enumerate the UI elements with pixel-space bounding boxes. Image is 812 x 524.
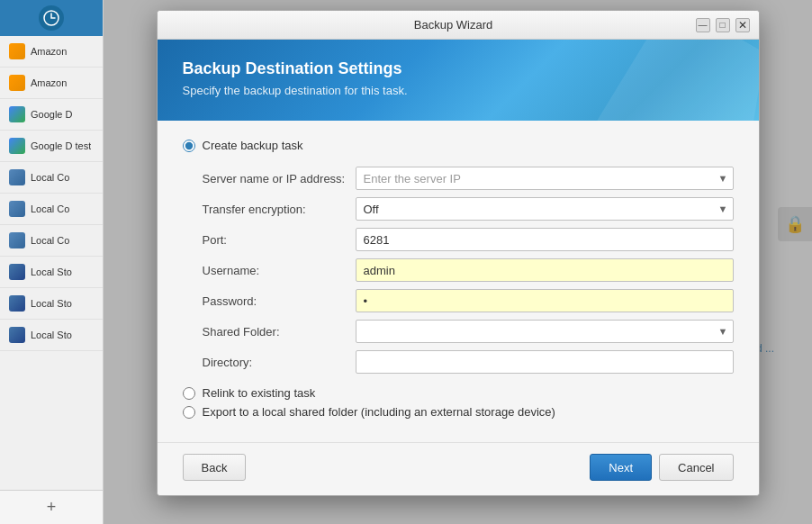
password-input[interactable] (356, 289, 734, 312)
form-row-server: Server name or IP address: Enter the ser… (203, 167, 734, 190)
minimize-button[interactable]: — (696, 18, 710, 32)
maximize-button[interactable]: □ (716, 18, 730, 32)
banner-subtext: Specify the backup destination for this … (183, 84, 734, 97)
form-row-shared-folder: Shared Folder: ▼ (203, 320, 734, 343)
sidebar-item-local2[interactable]: Local Co (0, 194, 103, 225)
google-icon-2 (9, 138, 25, 154)
sidebar-item-local6[interactable]: Local Sto (0, 320, 103, 351)
backup-wizard-dialog: Backup Wizard — □ ✕ Backup Destination S… (157, 10, 760, 496)
sidebar-item-google1[interactable]: Google D (0, 99, 103, 131)
radio-group: Create backup task (183, 139, 734, 152)
form-row-encryption: Transfer encryption: Off ▼ (203, 197, 734, 221)
radio-export-task[interactable]: Export to a local shared folder (includi… (183, 405, 734, 419)
close-button[interactable]: ✕ (735, 18, 750, 32)
next-button[interactable]: Next (590, 454, 652, 481)
sidebar: Amazon Amazon Google D Google D test Loc… (0, 0, 104, 524)
label-directory: Directory: (203, 356, 356, 369)
back-button[interactable]: Back (183, 454, 247, 481)
form-row-username: Username: (203, 258, 734, 282)
control-password (356, 289, 734, 312)
local-icon-4 (9, 264, 25, 280)
dialog-body: Create backup task Server name or IP add… (158, 121, 759, 442)
form-section: Server name or IP address: Enter the ser… (203, 167, 734, 374)
control-encryption: Off ▼ (356, 197, 734, 221)
dialog-banner: Backup Destination Settings Specify the … (158, 40, 759, 121)
label-port: Port: (203, 233, 356, 247)
control-port (356, 228, 734, 251)
username-input[interactable] (356, 258, 734, 282)
amazon-icon-2 (9, 75, 25, 91)
sidebar-item-amazon2[interactable]: Amazon (0, 68, 103, 99)
dialog-overlay: Backup Wizard — □ ✕ Backup Destination S… (104, 0, 812, 524)
local-icon-1 (9, 169, 25, 185)
sidebar-item-local5-label: Local Sto (31, 298, 72, 309)
radio-group-2: Relink to existing task Export to a loca… (183, 386, 734, 419)
google-icon-1 (9, 106, 25, 122)
label-server: Server name or IP address: (203, 172, 356, 185)
app-logo (39, 5, 64, 31)
sidebar-item-local4-label: Local Sto (31, 267, 72, 277)
sidebar-items-list: Amazon Amazon Google D Google D test Loc… (0, 36, 103, 490)
form-row-password: Password: (203, 289, 734, 312)
server-ip-select[interactable]: Enter the server IP (356, 167, 734, 190)
dialog-footer: Back Next Cancel (158, 442, 759, 495)
select-wrapper-encryption: Off ▼ (356, 197, 734, 221)
port-input[interactable] (356, 228, 734, 251)
select-wrapper-shared-folder: ▼ (356, 320, 734, 343)
local-icon-2 (9, 201, 25, 217)
radio-relink-label: Relink to existing task (203, 386, 316, 400)
control-username (356, 258, 734, 282)
radio-create-input[interactable] (183, 140, 195, 152)
shared-folder-select[interactable] (356, 320, 734, 343)
control-shared-folder: ▼ (356, 320, 734, 343)
label-password: Password: (203, 294, 356, 308)
form-row-port: Port: (203, 228, 734, 251)
sidebar-item-local5[interactable]: Local Sto (0, 288, 103, 320)
banner-heading: Backup Destination Settings (183, 59, 734, 78)
cancel-button[interactable]: Cancel (659, 454, 733, 481)
local-icon-5 (9, 295, 25, 312)
add-button[interactable]: + (0, 490, 103, 524)
sidebar-item-google2[interactable]: Google D test (0, 131, 103, 162)
label-username: Username: (203, 264, 356, 277)
label-shared-folder: Shared Folder: (203, 325, 356, 339)
sidebar-item-local3-label: Local Co (31, 235, 69, 246)
sidebar-item-local2-label: Local Co (31, 203, 69, 214)
radio-relink-input[interactable] (183, 387, 195, 400)
sidebar-item-amazon1-label: Amazon (31, 46, 67, 57)
radio-export-input[interactable] (183, 406, 195, 419)
sidebar-item-local4[interactable]: Local Sto (0, 257, 103, 288)
sidebar-item-google2-label: Google D test (31, 140, 91, 151)
radio-create-task[interactable]: Create backup task (183, 139, 734, 152)
sidebar-item-amazon1[interactable]: Amazon (0, 36, 103, 68)
dialog-title: Backup Wizard (212, 18, 696, 32)
directory-input[interactable] (356, 350, 734, 374)
radio-create-label: Create backup task (203, 139, 303, 152)
radio-relink-task[interactable]: Relink to existing task (183, 386, 734, 400)
dialog-window-controls: — □ ✕ (696, 18, 750, 32)
local-icon-3 (9, 232, 25, 248)
label-encryption: Transfer encryption: (203, 203, 356, 216)
encryption-select[interactable]: Off (356, 197, 734, 221)
radio-export-label: Export to a local shared folder (includi… (203, 405, 555, 419)
sidebar-item-local6-label: Local Sto (31, 330, 72, 340)
main-area: 🔒 scheduled ... Backup Wizard — □ ✕ Back… (104, 0, 812, 524)
sidebar-item-google1-label: Google D (31, 109, 72, 120)
form-row-directory: Directory: (203, 350, 734, 374)
control-directory (356, 350, 734, 374)
local-icon-6 (9, 327, 25, 343)
dialog-titlebar: Backup Wizard — □ ✕ (158, 11, 759, 40)
sidebar-item-amazon2-label: Amazon (31, 77, 67, 88)
sidebar-header (0, 0, 103, 36)
sidebar-item-local3[interactable]: Local Co (0, 225, 103, 257)
sidebar-item-local1-label: Local Co (31, 172, 69, 183)
sidebar-item-local1[interactable]: Local Co (0, 162, 103, 194)
select-wrapper-server: Enter the server IP ▼ (356, 167, 734, 190)
control-server: Enter the server IP ▼ (356, 167, 734, 190)
amazon-icon-1 (9, 43, 25, 59)
